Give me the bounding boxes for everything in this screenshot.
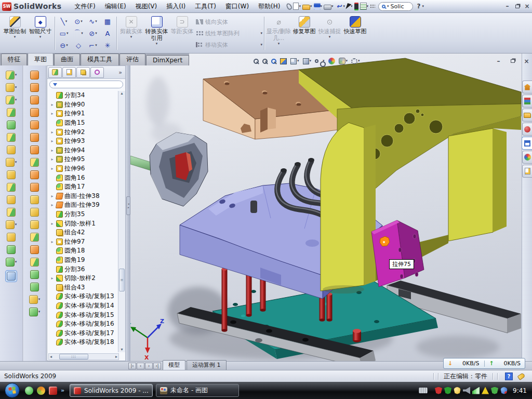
search-box[interactable] xyxy=(378,2,413,11)
toolbar-button[interactable] xyxy=(30,71,39,79)
dropdown-caret[interactable] xyxy=(367,5,369,8)
toolbar-button[interactable] xyxy=(30,258,39,267)
dropdown-caret[interactable] xyxy=(15,161,17,164)
toolbar-button[interactable] xyxy=(7,121,16,129)
pin-icon[interactable] xyxy=(286,2,293,10)
task-pane-tab[interactable] xyxy=(522,81,532,94)
tree-item[interactable]: 拉伸91 xyxy=(48,109,117,118)
tree-item[interactable]: 实体-移动/复制15 xyxy=(48,310,117,320)
expander-icon[interactable] xyxy=(50,139,55,143)
doc-close-button[interactable]: × xyxy=(522,57,531,65)
panel-tab[interactable] xyxy=(76,67,90,78)
start-button[interactable] xyxy=(5,383,20,398)
dropdown-caret[interactable] xyxy=(130,35,132,39)
arc-icon[interactable]: ⌒ xyxy=(71,28,86,39)
toolbar-button[interactable] xyxy=(30,283,39,291)
task-pane-tab[interactable] xyxy=(522,137,532,150)
voice-icon[interactable] xyxy=(370,4,375,8)
tree-item[interactable]: 实体-移动/复制17 xyxy=(48,328,117,338)
dropdown-caret[interactable] xyxy=(95,20,97,23)
tree-item[interactable]: 圆角18 xyxy=(48,246,117,256)
messenger-icon[interactable] xyxy=(25,387,33,395)
dropdown-caret[interactable] xyxy=(38,298,41,301)
tree-item[interactable]: 拉伸92 xyxy=(48,127,117,137)
ribbon-button[interactable]: 等距实体 xyxy=(169,15,195,52)
expander-icon[interactable] xyxy=(50,111,55,116)
command-tab[interactable]: 模具工具 xyxy=(81,54,119,65)
command-tab[interactable]: 评估 xyxy=(119,54,145,65)
status-help-button[interactable]: ? xyxy=(505,373,513,380)
dropdown-caret[interactable] xyxy=(358,59,360,63)
tab-nav-button[interactable]: ›| xyxy=(153,363,161,369)
doc-minimize-button[interactable]: – xyxy=(494,57,503,65)
dropdown-caret[interactable] xyxy=(310,5,312,8)
sync-icon[interactable] xyxy=(500,387,508,394)
toolbar-button[interactable] xyxy=(7,108,16,117)
dropdown-caret[interactable] xyxy=(81,20,83,23)
view-settings-icon[interactable] xyxy=(351,58,357,64)
panel-overflow-chevron[interactable]: » xyxy=(118,69,124,76)
toolbar-button[interactable] xyxy=(7,170,16,179)
toolbar-button[interactable] xyxy=(6,83,17,92)
toolbar-button[interactable] xyxy=(6,71,17,79)
toolbar-button[interactable] xyxy=(6,220,17,229)
toolbar-button[interactable] xyxy=(7,195,16,204)
dropdown-caret[interactable] xyxy=(15,223,17,227)
tree-item[interactable]: 切除-放样1 xyxy=(48,219,117,228)
expander-icon[interactable] xyxy=(50,240,55,244)
new-document-icon[interactable] xyxy=(293,3,299,10)
panel-tab[interactable] xyxy=(48,67,62,78)
sketch-fillet-icon[interactable]: ⌐ xyxy=(86,39,100,51)
tree-item[interactable]: 圆角17 xyxy=(48,182,117,192)
close-button[interactable]: × xyxy=(522,3,532,10)
dropdown-caret[interactable] xyxy=(260,32,262,35)
toolbar-button[interactable] xyxy=(30,158,39,167)
command-tab[interactable]: DimXpert xyxy=(146,55,189,65)
ribbon-stack-button[interactable]: 镜向实体 xyxy=(195,17,262,28)
task-button[interactable]: SolidWorks 2009 - ... xyxy=(70,384,153,397)
toolbar-button[interactable] xyxy=(30,220,39,229)
doc-tab[interactable]: 模型 xyxy=(163,360,185,370)
toolbar-button[interactable] xyxy=(30,145,39,154)
toolbar-button[interactable] xyxy=(29,308,41,316)
dropdown-caret[interactable] xyxy=(321,5,323,8)
task-pane-tab[interactable] xyxy=(522,151,532,164)
toolbar-button[interactable] xyxy=(30,83,39,92)
command-tab[interactable]: 草图 xyxy=(28,53,54,65)
security-icon[interactable] xyxy=(491,387,498,394)
toolbar-button[interactable] xyxy=(6,158,17,167)
display-style-icon[interactable] xyxy=(303,58,309,64)
toolbar-button[interactable] xyxy=(7,183,16,192)
ribbon-button[interactable]: 修复草图 xyxy=(291,15,317,52)
quick-launch-overflow[interactable]: » xyxy=(61,387,64,394)
rectangle-icon[interactable]: ▭ xyxy=(57,28,71,39)
toolbar-button[interactable] xyxy=(30,170,39,179)
ribbon-button[interactable]: 智能尺寸 xyxy=(28,15,53,52)
toolbar-button[interactable] xyxy=(30,233,39,242)
part-slide-insert[interactable] xyxy=(130,132,208,206)
ribbon-stack-button[interactable]: 移动实体 xyxy=(195,39,262,50)
ribbon-button[interactable]: 快速捕捉 xyxy=(317,15,342,52)
undo-icon[interactable] xyxy=(335,2,343,10)
toolbar-button[interactable] xyxy=(30,133,39,142)
tree-item[interactable]: 拉伸93 xyxy=(48,137,117,146)
toolbar-button[interactable] xyxy=(6,96,17,104)
expander-icon[interactable] xyxy=(50,157,55,162)
dropdown-caret[interactable] xyxy=(65,20,68,23)
dropdown-caret[interactable] xyxy=(81,32,83,35)
help-caret[interactable] xyxy=(422,5,424,8)
rebuild-icon[interactable] xyxy=(354,3,358,10)
circle-icon[interactable]: ⊙ xyxy=(71,16,86,28)
command-tab[interactable]: 曲面 xyxy=(54,54,80,65)
scroll-down-icon[interactable]: ▾ xyxy=(121,347,123,352)
tree-item[interactable]: 拉伸96 xyxy=(48,164,117,174)
dropdown-caret[interactable] xyxy=(15,86,17,89)
dropdown-caret[interactable] xyxy=(299,5,301,8)
volume-icon[interactable] xyxy=(463,387,470,394)
tree-horizontal-scrollbar[interactable]: ◂ ⁞⁞⁞ ▸ xyxy=(48,353,119,360)
splitter-grip[interactable]: ◂▸ xyxy=(126,196,130,215)
expander-icon[interactable] xyxy=(50,102,55,107)
line-icon[interactable]: ╲ xyxy=(57,16,71,28)
spline-icon[interactable]: ∿ xyxy=(86,16,100,28)
dropdown-caret[interactable] xyxy=(297,59,299,63)
